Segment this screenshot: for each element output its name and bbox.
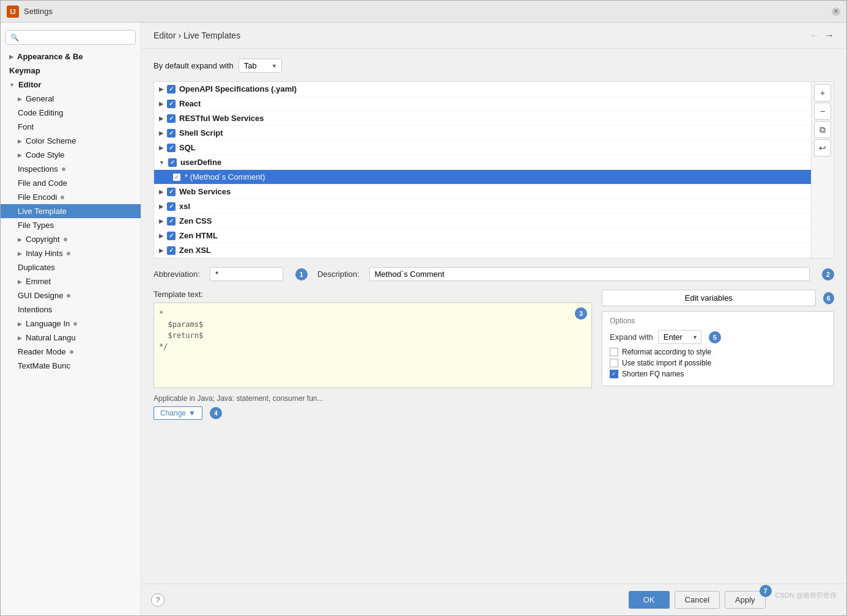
language-in-badge [73,322,77,326]
sidebar-item-keymap[interactable]: Keymap [1,64,141,78]
chevron-right-icon: ▶ [18,237,22,243]
shorten-fq-checkbox[interactable]: ✓ [610,370,618,378]
sidebar-item-color-scheme[interactable]: ▶ Color Scheme [1,134,141,148]
sidebar-item-copyright[interactable]: ▶ Copyright [1,232,141,246]
template-group-webservices[interactable]: ▶ ✓ Web Services [154,185,811,199]
template-textarea[interactable]: * $params$ $return$ */ [153,302,592,388]
sidebar-item-code-style[interactable]: ▶ Code Style [1,148,141,162]
sidebar-item-font[interactable]: Font [1,120,141,134]
sidebar-item-file-types[interactable]: File Types [1,218,141,232]
template-group-zen-xsl[interactable]: ▶ ✓ Zen XSL [154,243,811,258]
close-button[interactable]: ✕ [832,7,840,16]
add-template-button[interactable]: + [814,84,831,101]
sidebar-item-label: Natural Langu [26,333,76,342]
apply-button[interactable]: Apply [725,591,766,609]
footer-left: ? [151,593,165,607]
change-button[interactable]: Change ▼ [153,406,202,420]
back-arrow[interactable]: ← [810,30,819,41]
reformat-checkbox[interactable] [610,348,618,356]
sidebar-item-language-injections[interactable]: ▶ Language In [1,317,141,331]
sidebar-item-inspections[interactable]: Inspections [1,162,141,176]
chevron-right-icon: ▶ [159,101,163,107]
expand-with-select[interactable]: Tab Enter Space [239,59,282,73]
template-group-xsl[interactable]: ▶ ✓ xsl [154,199,811,214]
template-label: Web Services [179,187,231,196]
template-item-method-comment[interactable]: ✓ * (Method`s Comment) [154,170,811,185]
template-group-userdefine[interactable]: ▼ ✓ userDefine [154,155,811,170]
sidebar: 🔍 ▶ Appearance & Be Keymap ▼ Editor ▶ Ge… [1,23,141,615]
description-input[interactable] [369,267,810,281]
cancel-button[interactable]: Cancel [675,591,720,609]
sidebar-item-general[interactable]: ▶ General [1,92,141,106]
template-group-sql[interactable]: ▶ ✓ SQL [154,141,811,155]
shell-checkbox[interactable]: ✓ [167,129,176,138]
webservices-checkbox[interactable]: ✓ [167,188,176,196]
template-group-restful[interactable]: ▶ ✓ RESTful Web Services [154,111,811,126]
sidebar-item-inlay-hints[interactable]: ▶ Inlay Hints [1,246,141,260]
sidebar-item-reader-mode[interactable]: Reader Mode [1,345,141,359]
change-row: Change ▼ 4 [153,406,592,420]
template-label: OpenAPI Specifications (.yaml) [179,84,297,94]
sidebar-item-natural-language[interactable]: ▶ Natural Langu [1,331,141,345]
zen-css-checkbox[interactable]: ✓ [167,217,176,226]
edit-variables-button[interactable]: Edit variables [602,290,816,306]
chevron-right-icon: ▶ [159,145,163,151]
template-group-react[interactable]: ▶ ✓ React [154,97,811,111]
sidebar-item-emmet[interactable]: ▶ Emmet [1,274,141,288]
chevron-right-icon: ▶ [159,218,163,224]
zen-xsl-checkbox[interactable]: ✓ [167,246,176,255]
copy-template-button[interactable]: ⧉ [814,121,831,138]
sidebar-item-label: File and Code [18,178,67,188]
sidebar-item-label: Inlay Hints [26,249,63,258]
static-import-checkbox[interactable] [610,359,618,367]
template-label: Shell Script [179,128,223,138]
template-group-zen-html[interactable]: ▶ ✓ Zen HTML [154,229,811,243]
method-comment-checkbox[interactable]: ✓ [172,173,181,182]
sidebar-item-gui-designer[interactable]: GUI Designe [1,288,141,302]
sidebar-item-intentions[interactable]: Intentions [1,302,141,317]
template-text-header: Template text: [153,290,592,299]
shorten-fq-label: Shorten FQ names [622,370,684,378]
expand-with-select-wrapper: Tab Enter Space [239,59,282,73]
sidebar-item-appearance[interactable]: ▶ Appearance & Be [1,50,141,64]
template-label: xsl [179,202,190,211]
react-checkbox[interactable]: ✓ [167,100,176,108]
expand-with-options-select[interactable]: Enter Tab Space [658,330,701,344]
template-list-section: ▶ ✓ OpenAPI Specifications (.yaml) ▶ ✓ R… [153,81,834,258]
abbreviation-input[interactable] [210,267,283,281]
chevron-right-icon: ▶ [159,86,163,92]
search-input[interactable] [6,30,136,45]
remove-template-button[interactable]: − [814,103,831,120]
undo-template-button[interactable]: ↩ [814,139,831,156]
template-text-label: Template text: [153,290,203,299]
sidebar-item-live-template[interactable]: Live Template [1,204,141,218]
sidebar-item-file-encoding[interactable]: File Encodi [1,190,141,204]
sidebar-item-code-editing[interactable]: Code Editing [1,106,141,120]
search-box: 🔍 [6,30,136,45]
help-button[interactable]: ? [151,593,165,607]
template-group-zen-css[interactable]: ▶ ✓ Zen CSS [154,214,811,229]
xsl-checkbox[interactable]: ✓ [167,202,176,211]
sql-checkbox[interactable]: ✓ [167,144,176,152]
sidebar-item-label: Editor [18,80,42,89]
ok-button[interactable]: OK [629,591,670,609]
main-layout: 🔍 ▶ Appearance & Be Keymap ▼ Editor ▶ Ge… [1,23,846,615]
forward-arrow[interactable]: → [824,30,834,41]
title-bar: IJ Settings ✕ [1,1,846,23]
restful-checkbox[interactable]: ✓ [167,114,176,123]
applicable-text: Applicable in Java; Java: statement, con… [153,394,323,403]
openapi-checkbox[interactable]: ✓ [167,85,176,94]
userdefine-checkbox[interactable]: ✓ [168,158,177,167]
template-text-badge: 3 [575,307,587,320]
sidebar-item-textmate[interactable]: TextMate Bunc [1,359,141,373]
template-group-shell[interactable]: ▶ ✓ Shell Script [154,126,811,141]
sidebar-item-file-and-code[interactable]: File and Code [1,176,141,190]
sidebar-item-editor[interactable]: ▼ Editor [1,78,141,92]
template-group-openapi[interactable]: ▶ ✓ OpenAPI Specifications (.yaml) [154,82,811,97]
sidebar-item-duplicates[interactable]: Duplicates [1,260,141,274]
chevron-right-icon: ▶ [18,321,22,327]
reformat-label: Reformat according to style [622,348,711,356]
sidebar-item-label: General [26,94,54,103]
template-label: Zen XSL [179,246,211,255]
zen-html-checkbox[interactable]: ✓ [167,232,176,240]
